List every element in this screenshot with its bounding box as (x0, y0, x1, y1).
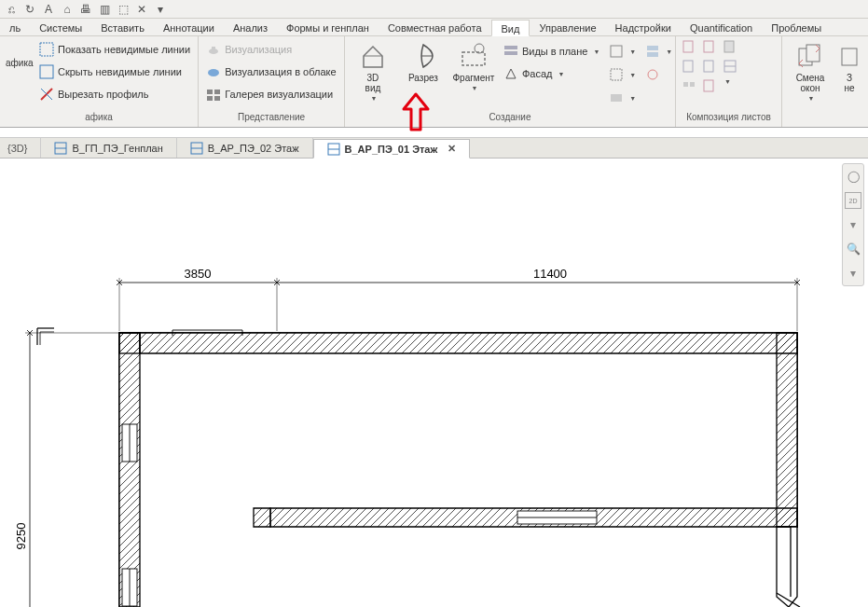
qat-icon[interactable]: ▾ (153, 2, 168, 17)
tab-insert[interactable]: Вставить (91, 19, 154, 35)
plan-views-icon (503, 44, 518, 59)
switch-windows-button[interactable]: Смена окон ▼ (788, 39, 833, 103)
svg-rect-26 (683, 82, 688, 87)
sheet-icon[interactable] (702, 78, 717, 95)
svg-rect-28 (704, 80, 713, 91)
plan-views-button[interactable]: Виды в плане ▼ (502, 41, 601, 62)
qat-icon[interactable]: ⌂ (60, 2, 75, 17)
qat-icon[interactable]: ⎌ (4, 2, 19, 17)
group-title-sheets: Композиция листов (676, 111, 781, 127)
svg-point-18 (648, 70, 657, 79)
svg-rect-17 (647, 52, 658, 57)
doc-tab-3d[interactable]: {3D} (0, 138, 41, 158)
svg-rect-13 (611, 46, 622, 57)
create-misc-5[interactable] (643, 64, 674, 85)
qat-icon[interactable]: ✕ (134, 2, 149, 17)
svg-rect-20 (704, 41, 713, 52)
group-title-presentation: Представление (199, 111, 344, 127)
cut-profile-button[interactable]: Вырезать профиль (37, 84, 192, 104)
svg-rect-22 (683, 61, 693, 72)
sheet-icon[interactable] (682, 59, 696, 76)
dropdown-caret-icon: ▼ (370, 95, 377, 102)
floor-plan-drawing: 3850 11400 9250 (0, 159, 868, 607)
render-cloud-button[interactable]: Визуализация в облаке (204, 62, 338, 82)
doc-tab-floor02[interactable]: В_АР_ПЭ_02 Этаж (177, 138, 313, 158)
qat-icon[interactable]: ▥ (97, 2, 112, 17)
tab-systems[interactable]: Системы (30, 19, 91, 35)
svg-rect-15 (611, 94, 622, 102)
dropdown-caret-icon: ▼ (558, 71, 564, 77)
tab-arch[interactable]: ль (0, 19, 30, 35)
sheet-icon[interactable] (723, 39, 737, 56)
doc-tab-floor01[interactable]: В_АР_ПЭ_01 Этаж ✕ (313, 139, 471, 159)
dim-text: 9250 (14, 523, 28, 550)
teapot-icon (206, 42, 221, 57)
tab-annotations[interactable]: Аннотации (154, 19, 224, 35)
hide-hidden-lines-button[interactable]: Скрыть невидимые линии (37, 62, 192, 82)
svg-rect-6 (214, 90, 220, 94)
sheet-icon[interactable] (702, 39, 717, 56)
qat-icon[interactable]: 🖶 (78, 2, 93, 17)
sheet-icon[interactable] (723, 59, 737, 76)
tab-analyze[interactable]: Анализ (224, 19, 277, 35)
section-icon (408, 41, 438, 71)
close-windows-icon (840, 41, 859, 71)
group-title-windows (782, 111, 868, 127)
section-button[interactable]: Разрез (401, 39, 446, 85)
floorplan-icon (327, 143, 340, 156)
svg-rect-8 (214, 96, 220, 101)
qat-icon[interactable]: ⬚ (116, 2, 131, 17)
sheet-icon[interactable] (702, 59, 717, 76)
group-title-graphics: афика (0, 111, 198, 127)
tab-addins[interactable]: Надстройки (606, 19, 681, 35)
floorplan-icon (54, 142, 67, 155)
qat-icon[interactable]: ↻ (22, 2, 37, 17)
svg-rect-31 (842, 48, 857, 65)
sheet-icon[interactable] (682, 78, 696, 95)
small-icon (609, 90, 624, 105)
elevation-button[interactable]: Фасад ▼ (502, 63, 601, 84)
view-3d-button[interactable]: 3D вид ▼ (351, 39, 395, 103)
red-arrow-annotation (402, 92, 430, 133)
create-misc-2[interactable]: ▼ (607, 64, 638, 85)
tab-manage[interactable]: Управление (530, 19, 605, 35)
drawing-canvas[interactable]: ◯ 2D ▾ 🔍 ▾ 3850 11400 (0, 159, 868, 607)
create-misc-4[interactable]: ▼ (643, 41, 674, 62)
sheet-icon[interactable] (682, 39, 696, 56)
doc-tab-genplan[interactable]: В_ГП_ПЭ_Генплан (41, 138, 176, 158)
callout-button[interactable]: Фрагмент ▼ (451, 39, 496, 93)
svg-rect-3 (212, 47, 215, 49)
cloud-icon (206, 64, 221, 79)
tab-view[interactable]: Вид (491, 20, 530, 36)
small-icon (645, 67, 660, 82)
svg-rect-21 (724, 41, 734, 52)
dropdown-caret-icon: ▼ (593, 48, 599, 55)
svg-rect-7 (207, 96, 213, 101)
graphics-label-partial: афика (6, 58, 34, 68)
tab-issues[interactable]: Проблемы (762, 19, 831, 35)
ribbon-panel: афика Показать невидимые линии Скрыть не… (0, 36, 868, 128)
tab-quantification[interactable]: Quantification (681, 19, 762, 35)
create-misc-3[interactable]: ▼ (607, 88, 638, 108)
show-lines-icon (39, 42, 54, 57)
qat-icon[interactable]: A (41, 2, 56, 17)
close-hint-button[interactable]: З не (836, 39, 862, 95)
dropdown-caret-icon: ▼ (471, 85, 477, 91)
elevation-icon (503, 66, 518, 81)
gallery-icon (206, 87, 221, 102)
render-gallery-button[interactable]: Галерея визуализации (204, 84, 338, 104)
small-icon (609, 67, 624, 82)
tab-massing[interactable]: Формы и генплан (277, 19, 379, 35)
svg-rect-0 (40, 43, 53, 56)
create-misc-1[interactable]: ▼ (607, 41, 638, 62)
quick-access-toolbar: ⎌ ↻ A ⌂ 🖶 ▥ ⬚ ✕ ▾ (0, 0, 868, 19)
svg-rect-16 (647, 46, 658, 50)
dim-text: 3850 (185, 267, 212, 281)
svg-rect-9 (462, 52, 485, 65)
svg-rect-30 (806, 45, 820, 62)
house-3d-icon (358, 41, 388, 71)
show-hidden-lines-button[interactable]: Показать невидимые линии (37, 39, 192, 60)
tab-collab[interactable]: Совместная работа (379, 19, 491, 35)
close-tab-icon[interactable]: ✕ (448, 143, 456, 155)
switch-windows-icon (795, 41, 825, 71)
